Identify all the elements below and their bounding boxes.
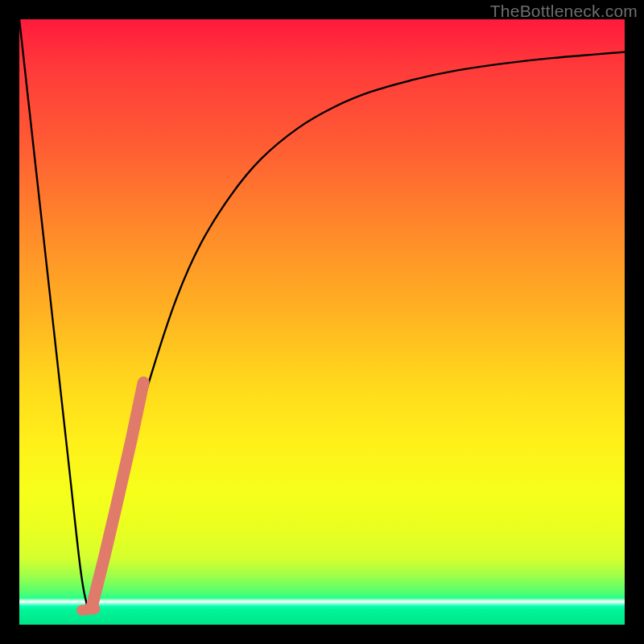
highlight-segment [92,382,143,606]
minimum-dot [81,609,95,610]
plot-area [19,19,625,625]
outer-frame: TheBottleneck.com [0,0,644,644]
chart-svg [19,19,625,625]
watermark-text: TheBottleneck.com [490,2,638,21]
